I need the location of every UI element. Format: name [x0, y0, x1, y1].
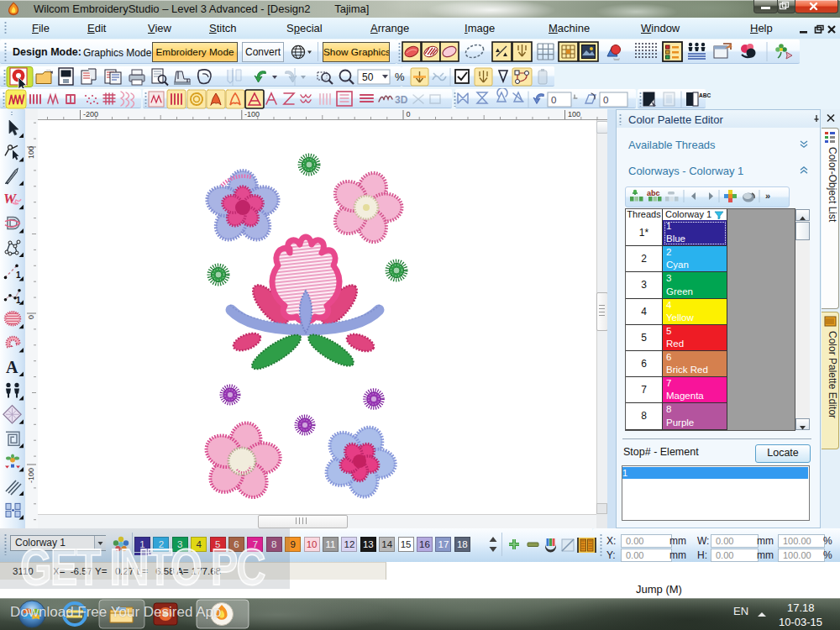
svg-text:0: 0: [551, 95, 556, 105]
svg-text:abc: abc: [647, 189, 660, 197]
svg-text:1: 1: [16, 296, 21, 305]
svg-text:1: 1: [16, 270, 21, 280]
svg-text:0: 0: [27, 315, 35, 319]
svg-text:100: 100: [568, 110, 580, 118]
svg-text:10-03-15: 10-03-15: [779, 616, 822, 628]
svg-text:A: A: [6, 358, 18, 376]
svg-text:%: %: [395, 71, 405, 83]
svg-text:EN: EN: [733, 605, 748, 617]
svg-text:17.18: 17.18: [787, 601, 815, 614]
svg-text:ABC: ABC: [699, 92, 711, 98]
svg-text:-100: -100: [27, 468, 35, 483]
svg-text:»: »: [765, 191, 770, 201]
svg-text:0: 0: [603, 95, 608, 105]
svg-text:-100: -100: [244, 110, 260, 118]
svg-text:100: 100: [27, 146, 35, 159]
svg-text:0: 0: [407, 110, 411, 118]
svg-text:50: 50: [362, 71, 374, 83]
svg-text:3D: 3D: [395, 94, 408, 106]
svg-text:-200: -200: [83, 110, 98, 118]
